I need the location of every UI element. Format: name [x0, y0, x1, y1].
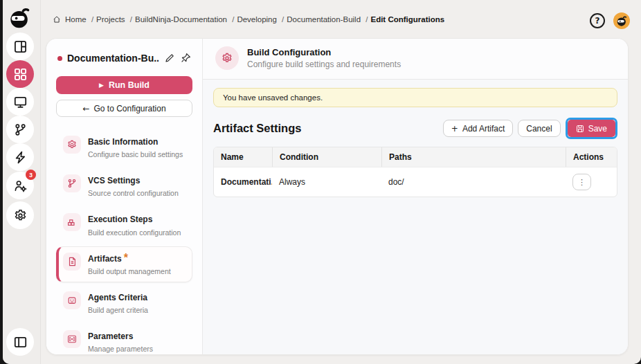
- breadcrumb-projects[interactable]: Projects: [96, 15, 132, 24]
- config-sidebar: Documentation-Bu... ▶ Run Build ← Go to …: [46, 39, 203, 354]
- cancel-button[interactable]: Cancel: [518, 120, 560, 137]
- monitor-icon[interactable]: [6, 88, 34, 116]
- home-icon: [53, 15, 61, 24]
- app-page: 3 Home Projects BuildNinja-Documentation…: [3, 0, 641, 364]
- git-branch-icon[interactable]: [6, 116, 34, 143]
- nav-item-execution-steps[interactable]: Execution Steps Build execution configur…: [56, 207, 192, 243]
- main-card: Documentation-Bu... ▶ Run Build ← Go to …: [46, 38, 629, 355]
- ninja-logo-icon[interactable]: [6, 4, 34, 32]
- back-arrow-icon: ←: [82, 104, 89, 113]
- breadcrumb-edit-configurations: Edit Configurations: [370, 15, 444, 24]
- gear-icon: [63, 136, 81, 154]
- page-title: Build Configuration: [247, 47, 401, 57]
- configuration-title: Documentation-Bu...: [67, 53, 159, 64]
- add-artifact-button[interactable]: + Add Artifact: [443, 120, 513, 137]
- required-mark: *: [124, 252, 128, 264]
- breadcrumb: Home Projects BuildNinja-Documentation D…: [53, 15, 444, 24]
- file-icon: [63, 253, 81, 271]
- panel-toggle-icon[interactable]: [6, 328, 34, 356]
- settings-gear-icon[interactable]: [6, 201, 34, 229]
- topbar-actions: ?: [590, 12, 630, 29]
- robot-icon: [63, 291, 81, 309]
- avatar-ninja-icon: [616, 15, 628, 27]
- breadcrumb-buildninja-documentation[interactable]: BuildNinja-Documentation: [135, 15, 234, 24]
- artifact-content: You have unsaved changes. Artifact Setti…: [203, 80, 628, 206]
- user-avatar[interactable]: [613, 12, 630, 29]
- run-build-button[interactable]: ▶ Run Build: [56, 76, 192, 94]
- unsaved-changes-banner: You have unsaved changes.: [213, 88, 617, 107]
- bolt-icon[interactable]: [6, 143, 34, 171]
- section-title: Artifact Settings: [213, 122, 301, 135]
- git-branch-icon: [63, 174, 81, 192]
- save-button[interactable]: Save: [568, 120, 615, 137]
- focus-highlight-ring: Save: [566, 118, 617, 139]
- breadcrumb-home[interactable]: Home: [65, 15, 93, 24]
- help-icon[interactable]: ?: [590, 13, 605, 28]
- notification-badge: 3: [26, 170, 36, 180]
- column-header-actions: Actions: [566, 147, 617, 167]
- artifacts-table: Name Condition Paths Actions Documentati…: [213, 147, 617, 197]
- projects-grid-icon[interactable]: [6, 60, 34, 88]
- nav-item-artifacts[interactable]: Artifacts* Build output management: [56, 246, 192, 282]
- column-header-condition: Condition: [272, 147, 381, 167]
- status-dot: [57, 56, 62, 61]
- goto-configuration-button[interactable]: ← Go to Configuration: [56, 100, 192, 117]
- blocks-icon: [63, 213, 81, 231]
- play-icon: ▶: [99, 82, 104, 89]
- column-header-name: Name: [214, 147, 272, 167]
- build-configuration-header: Build Configuration Configure build sett…: [203, 39, 628, 80]
- nav-item-agents-criteria[interactable]: Agents Criteria Build agent criteria: [56, 285, 192, 321]
- icon-rail: 3: [3, 0, 41, 364]
- breadcrumb-developing[interactable]: Developing: [237, 15, 284, 24]
- table-header-row: Name Condition Paths Actions: [214, 147, 617, 167]
- column-header-paths: Paths: [381, 147, 566, 167]
- gear-icon: [215, 46, 239, 70]
- main-panel: Build Configuration Configure build sett…: [203, 39, 628, 354]
- nav-item-parameters[interactable]: Parameters Manage parameters: [56, 324, 192, 355]
- pin-icon[interactable]: [180, 53, 191, 64]
- edit-pencil-icon[interactable]: [164, 53, 175, 64]
- params-icon: [63, 330, 81, 348]
- settings-nav: Basic Information Configure basic build …: [56, 129, 192, 355]
- plus-icon: +: [451, 124, 458, 134]
- floppy-icon: [576, 125, 584, 133]
- agents-icon[interactable]: 3: [6, 172, 34, 199]
- nav-item-basic-information[interactable]: Basic Information Configure basic build …: [56, 129, 192, 165]
- breadcrumb-documentation-build[interactable]: Documentation-Build: [287, 15, 368, 24]
- row-actions-menu-button[interactable]: ⋮: [572, 174, 591, 190]
- table-row: Documentati... Always doc/ ⋮: [214, 167, 617, 197]
- dashboard-icon[interactable]: [6, 33, 34, 60]
- cell-name: Documentati...: [214, 171, 272, 193]
- nav-item-vcs-settings[interactable]: VCS Settings Source control configuratio…: [56, 168, 192, 204]
- cell-condition: Always: [272, 171, 381, 193]
- page-subtitle: Configure build settings and requirement…: [247, 60, 401, 69]
- cell-paths: doc/: [381, 171, 566, 193]
